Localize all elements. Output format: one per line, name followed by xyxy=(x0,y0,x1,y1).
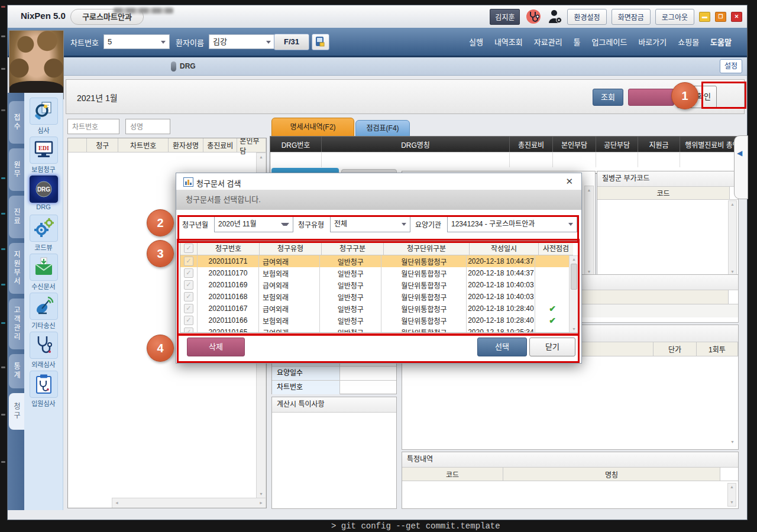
panel-title: 질병군 부가코드 xyxy=(597,171,738,187)
sidebar-item-received-docs[interactable]: 수신문서 xyxy=(27,252,60,290)
panel-collapse-handle[interactable]: ◀ xyxy=(734,135,748,199)
period-panel: 2021년 1월 조회 청구확인 xyxy=(66,79,745,114)
sidebar-item-label: 입원심사 xyxy=(27,398,60,408)
sidebar-item-outpatient-audit[interactable]: 외래심사 xyxy=(27,330,60,368)
sidebar-tab-treatment[interactable]: 진료 xyxy=(9,196,24,238)
field-value[interactable] xyxy=(340,381,396,394)
column-header-blank xyxy=(68,138,87,153)
horizontal-scrollbar[interactable]: ◄ ► xyxy=(112,498,266,508)
svg-text:DRG: DRG xyxy=(37,186,50,193)
desktop-clutter xyxy=(1,177,5,179)
sex-age-button[interactable]: F/31 xyxy=(274,34,309,50)
screen-settings-button[interactable]: 설정 xyxy=(720,59,742,73)
sidebar-tab-admin[interactable]: 원무 xyxy=(9,148,24,191)
close-button[interactable]: ✕ xyxy=(731,12,742,22)
satellite-dish-icon xyxy=(30,293,58,320)
drg-column-name: DRG명칭 xyxy=(322,137,510,152)
desktop-clutter xyxy=(1,284,5,286)
column-header-total: 총진료비 xyxy=(203,138,237,153)
annotation-step-2: 2 xyxy=(147,209,174,236)
dialog-title-bar[interactable]: 청구문서 검색 ✕ xyxy=(176,173,581,190)
detail-column-price: 단가 xyxy=(654,342,697,356)
sidebar-item-audit[interactable]: 심사 xyxy=(27,96,60,134)
edi-monitor-icon: EDI xyxy=(30,137,58,164)
chevron-down-icon xyxy=(161,41,166,44)
sidebar-item-label: 수신문서 xyxy=(27,281,60,291)
sidebar-item-label: 보험청구 xyxy=(27,164,60,174)
sidebar-item-insurance-claim[interactable]: EDI 보험청구 xyxy=(27,135,60,173)
menu-tools[interactable]: 툴 xyxy=(574,36,581,47)
sidebar-item-label: 기타송신 xyxy=(27,320,60,330)
vertical-scrollbar[interactable]: ▲▼ xyxy=(584,186,594,277)
menu-help[interactable]: 도움말 xyxy=(710,36,732,47)
desktop-clutter xyxy=(1,68,5,70)
drg-column-fund: 공단부담 xyxy=(596,137,638,152)
special-panel-title: 특정내역 xyxy=(402,452,738,468)
logout-button[interactable]: 로그아웃 xyxy=(655,9,694,25)
desktop-clutter xyxy=(1,322,5,324)
search-button[interactable]: 조회 xyxy=(593,89,623,106)
drg-table: DRG번호 DRG명칭 총진료비 본인부담 공단부담 지원금 행위별진료비 총액 xyxy=(270,136,745,174)
chart-filter-input[interactable]: 차트번호 xyxy=(67,119,119,134)
scroll-down-arrow[interactable]: ▼ xyxy=(730,440,735,445)
sidebar-tab-support[interactable]: 지원부서 xyxy=(9,243,24,294)
gears-icon xyxy=(30,215,58,242)
desktop-clutter xyxy=(1,109,5,111)
breadcrumb-bar: DRG 설정 xyxy=(63,57,747,76)
menu-upgrade[interactable]: 업그레이드 xyxy=(592,36,627,47)
vertical-scrollbar[interactable]: ▲▼ xyxy=(728,200,737,276)
tab-statement-detail[interactable]: 명세서내역(F2) xyxy=(271,118,354,137)
sidebar-tab-reception[interactable]: 접수 xyxy=(9,101,24,144)
user-settings-icon[interactable] xyxy=(547,9,562,24)
patient-photo xyxy=(9,30,64,99)
menu-run[interactable]: 실행 xyxy=(469,36,483,47)
hidden-pink-button[interactable] xyxy=(628,89,674,106)
chart-no-label: 차트번호 xyxy=(70,37,99,48)
app-title: NixPen 5.0 xyxy=(21,11,66,21)
sidebar-item-drg[interactable]: DRG DRG xyxy=(27,174,60,212)
sidebar-tab-claim[interactable]: 청구 xyxy=(9,393,24,430)
clipboard-stethoscope-icon xyxy=(30,371,58,398)
minimize-button[interactable]: ▬ xyxy=(699,12,710,22)
tab-checksheet[interactable]: 점검표(F4) xyxy=(355,120,410,137)
dialog-message: 청구문서를 선택합니다. xyxy=(176,190,581,210)
highlight-box-4 xyxy=(177,333,580,363)
chevron-down-icon xyxy=(266,41,271,44)
annotation-step-3: 3 xyxy=(147,240,174,267)
sidebar-tab-stats[interactable]: 통계 xyxy=(9,354,24,388)
column-header-patient: 환자성명 xyxy=(169,138,203,153)
drg-column-subsidy: 지원금 xyxy=(638,137,680,152)
column-header-copay: 본인부담 xyxy=(237,138,266,153)
sidebar-tab-crm[interactable]: 고객관리 xyxy=(9,299,24,349)
stethoscope-icon[interactable] xyxy=(525,9,542,24)
svg-text:EDI: EDI xyxy=(38,145,49,151)
menu-data[interactable]: 자료관리 xyxy=(534,36,562,47)
annotation-step-4: 4 xyxy=(147,335,174,362)
vertical-scrollbar[interactable]: ▲▼ xyxy=(727,483,736,507)
desktop-clutter xyxy=(1,248,5,250)
sidebar-item-codeview[interactable]: 코드뷰 xyxy=(27,213,60,251)
menu-shop[interactable]: 쇼핑몰 xyxy=(678,36,699,47)
special-column-name: 명칭 xyxy=(503,468,720,481)
field-label-care-days: 요양일수 xyxy=(272,366,340,380)
menu-history[interactable]: 내역조회 xyxy=(494,36,523,47)
drg-icon: DRG xyxy=(30,176,58,203)
special-detail-panel: 특정내역 코드 명칭 ▲▼ xyxy=(402,452,739,509)
name-filter-input[interactable]: 성명 xyxy=(125,119,170,134)
user-badge[interactable]: 김지훈 xyxy=(490,9,520,25)
main-toolbar: 차트번호 5 환자이름 김강 F/31 실행 내역조회 자료관리 툴 업그레이드… xyxy=(8,28,747,57)
chart-no-combo[interactable]: 5 xyxy=(103,34,170,49)
sidebar-item-inpatient-audit[interactable]: 입원심사 xyxy=(27,369,60,407)
disease-group-code-panel: 질병군 부가코드 코드 ▲▼ xyxy=(597,171,739,278)
menu-shortcut[interactable]: 바로가기 xyxy=(638,36,667,47)
desktop-clutter xyxy=(1,366,5,368)
settings-env-button[interactable]: 환경설정 xyxy=(567,9,606,25)
card-reader-button[interactable] xyxy=(312,34,329,50)
patient-name-combo[interactable]: 김강 xyxy=(209,34,275,49)
field-value[interactable] xyxy=(340,366,396,380)
detail-column-dose: 1회투 xyxy=(697,342,738,356)
lock-screen-button[interactable]: 화면잠금 xyxy=(612,9,651,25)
restore-button[interactable]: ❐ xyxy=(715,12,726,22)
sidebar-item-other-transmit[interactable]: 기타송신 xyxy=(27,291,60,329)
dialog-close-icon[interactable]: ✕ xyxy=(565,176,573,187)
